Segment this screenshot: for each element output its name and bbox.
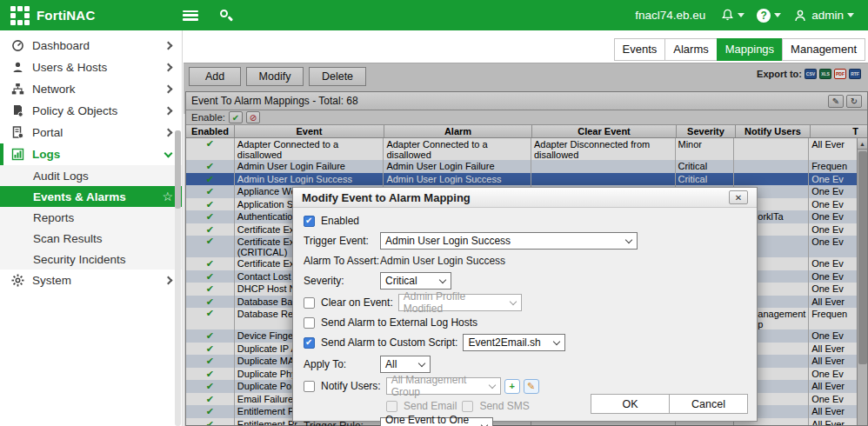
trigger-rule-cell: One Ev	[809, 257, 857, 270]
delete-button[interactable]: Delete	[309, 67, 366, 86]
sidebar-item-users-hosts[interactable]: Users & Hosts	[0, 57, 182, 78]
add-button[interactable]: Add	[189, 67, 241, 86]
sidebar-item-reports[interactable]: Reports	[0, 207, 182, 228]
refresh-icon[interactable]: ↻	[846, 95, 862, 108]
clear-on-event-checkbox[interactable]	[304, 297, 315, 309]
sidebar-item-policy-objects[interactable]: Policy & Objects	[0, 100, 182, 122]
check-icon: ✔	[206, 187, 214, 196]
tab[interactable]: Alarms	[664, 38, 717, 61]
enabled-cell: ✔	[186, 198, 235, 211]
sidebar-item-audit-logs[interactable]: Audit Logs	[0, 165, 182, 186]
sidebar: Dashboard Users & Hosts Network Policy &…	[0, 30, 183, 426]
modify-button[interactable]: Modify	[246, 67, 304, 86]
export-excel-icon[interactable]: XLS	[819, 69, 831, 79]
column-header-notify-users[interactable]: Notify Users	[736, 125, 811, 137]
trigger-rule-cell: One Ev	[809, 198, 857, 211]
chevron-down-icon	[418, 359, 425, 366]
scroll-up-icon[interactable]: ▲	[858, 138, 867, 150]
chevron-right-icon	[164, 276, 173, 285]
clear-on-event-select: Admin Profile Modified	[398, 294, 522, 311]
edit-group-icon[interactable]: ✎	[524, 379, 539, 394]
trigger-rule-cell: All Ever	[809, 343, 857, 356]
sidebar-item-security-incidents[interactable]: Security Incidents	[0, 249, 182, 270]
settings-icon[interactable]: ✎	[828, 95, 844, 108]
enabled-checkbox[interactable]	[304, 216, 315, 227]
notify-users-checkbox[interactable]	[304, 381, 315, 392]
check-icon: ✔	[206, 420, 214, 425]
event-cell: Admin User Login Failure	[235, 160, 384, 173]
severity-cell: Critical	[676, 160, 735, 173]
tab-bar: EventsAlarmsMappingsManagement	[615, 38, 865, 61]
check-icon: ✔	[206, 225, 214, 234]
sidebar-item-portal[interactable]: Portal	[0, 122, 182, 143]
sidebar-item-system[interactable]: System	[0, 270, 182, 291]
notify-users-label: Notify Users:	[321, 380, 381, 392]
tab[interactable]: Mappings	[717, 38, 783, 61]
close-icon[interactable]: ✕	[729, 190, 748, 204]
scrollbar-thumb[interactable]	[858, 151, 867, 364]
tab[interactable]: Events	[614, 38, 666, 61]
notify-users-cell	[734, 173, 809, 186]
chevron-down-icon	[164, 149, 173, 157]
network-icon	[10, 83, 24, 97]
trigger-rule-cell: One Ev	[809, 283, 857, 296]
send-external-checkbox[interactable]	[304, 317, 315, 329]
trigger-rule-select[interactable]: One Event to One Alarm	[380, 417, 493, 426]
apply-to-select[interactable]: All	[380, 356, 431, 373]
column-header-alarm[interactable]: Alarm	[384, 125, 532, 137]
help-button[interactable]: ?	[757, 9, 781, 23]
topbar: FortiNAC fnacl74.eb.eu ? admin	[0, 0, 868, 30]
sidebar-item-dashboard[interactable]: Dashboard	[0, 35, 182, 57]
alarm-cell: Adapter Connected to a disallowed SSID	[384, 138, 531, 160]
trigger-rule-cell: All Ever	[809, 355, 857, 368]
severity-select[interactable]: Critical	[380, 272, 451, 290]
enabled-cell: ✔	[186, 343, 235, 356]
table-row[interactable]: ✔ Admin User Login Success Admin User Lo…	[186, 173, 857, 186]
sidebar-scrollbar[interactable]	[175, 130, 181, 426]
column-header-severity[interactable]: Severity	[677, 125, 736, 137]
column-header-event[interactable]: Event	[235, 125, 384, 137]
check-icon: ✔	[206, 259, 214, 268]
chevron-down-icon	[481, 421, 488, 426]
ok-button[interactable]: OK	[591, 394, 670, 414]
export-pdf-icon[interactable]: PDF	[834, 69, 846, 79]
column-header-clear-event[interactable]: Clear Event	[532, 125, 677, 137]
column-header-enabled[interactable]: Enabled	[186, 125, 235, 137]
send-script-checkbox[interactable]	[304, 337, 315, 349]
chevron-right-icon	[164, 107, 173, 116]
table-scrollbar[interactable]: ▲	[857, 138, 867, 425]
chevron-right-icon	[164, 63, 173, 72]
sidebar-item-logs[interactable]: Logs	[0, 143, 182, 165]
check-icon: ✔	[206, 236, 214, 245]
table-row[interactable]: ✔ Adapter Connected to a disallowed SSID…	[186, 138, 857, 160]
notify-users-cell	[734, 138, 809, 160]
enabled-cell: ✔	[186, 355, 235, 368]
tab[interactable]: Management	[782, 38, 865, 61]
star-icon[interactable]: ☆	[162, 190, 173, 203]
add-group-icon[interactable]: +	[504, 379, 520, 394]
trigger-rule-cell: All Ever	[809, 418, 857, 426]
cancel-button[interactable]: Cancel	[669, 394, 748, 414]
check-icon: ✔	[206, 200, 214, 209]
enable-off-icon[interactable]: ⊘	[246, 111, 260, 123]
notify-users-select: All Management Group	[386, 377, 501, 395]
sidebar-item-scan-results[interactable]: Scan Results	[0, 228, 182, 249]
menu-icon[interactable]	[183, 10, 198, 21]
column-header-trigger-rule[interactable]: T	[811, 125, 858, 137]
severity-cell: Critical	[676, 173, 735, 186]
sidebar-item-network[interactable]: Network	[0, 78, 182, 100]
export-csv-icon[interactable]: CSV	[805, 69, 817, 79]
trigger-rule-cell: One Ev	[809, 236, 857, 257]
export-label: Export to:	[757, 69, 802, 79]
user-menu[interactable]: admin	[793, 9, 854, 23]
notifications-button[interactable]	[721, 9, 744, 22]
event-cell: Adapter Connected to a disallowed SSID	[235, 138, 384, 160]
table-row[interactable]: ✔ Admin User Login Failure Admin User Lo…	[186, 160, 857, 173]
sidebar-item-events-alarms[interactable]: Events & Alarms ☆	[0, 186, 182, 207]
dialog-title-bar: Modify Event to Alarm Mapping ✕	[293, 188, 757, 208]
search-icon[interactable]	[219, 9, 233, 23]
export-rtf-icon[interactable]: RTF	[849, 69, 861, 79]
enable-on-icon[interactable]: ✔	[229, 111, 243, 123]
custom-script-select[interactable]: Event2Email.sh	[463, 334, 565, 351]
trigger-event-select[interactable]: Admin User Login Success	[380, 232, 638, 250]
